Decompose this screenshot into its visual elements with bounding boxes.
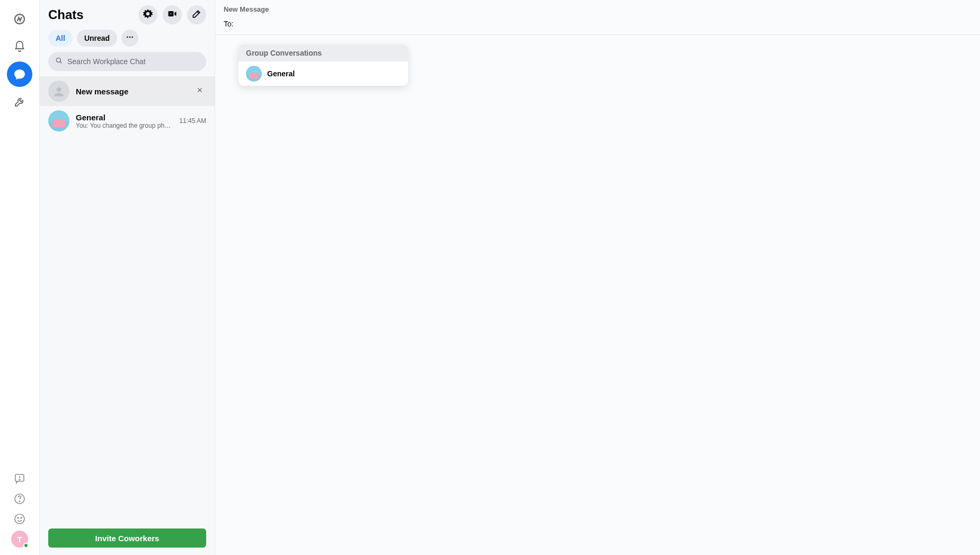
more-icon xyxy=(126,33,134,43)
svg-point-6 xyxy=(15,514,24,524)
svg-line-15 xyxy=(60,61,61,63)
suggestions-header: Group Conversations xyxy=(239,45,408,61)
recipient-suggestions: Group Conversations General xyxy=(239,45,408,86)
search-input[interactable] xyxy=(67,57,200,66)
svg-point-16 xyxy=(57,87,61,92)
group-avatar-icon xyxy=(48,110,69,131)
compose-icon xyxy=(191,8,202,21)
help-icon[interactable] xyxy=(11,490,28,507)
video-call-button[interactable] xyxy=(163,5,182,24)
svg-point-5 xyxy=(19,501,20,502)
chat-name: General xyxy=(76,113,173,122)
chat-preview: You: You changed the group photo. xyxy=(76,122,173,129)
svg-point-8 xyxy=(21,517,22,518)
new-message-label: New message xyxy=(76,87,187,96)
settings-button[interactable] xyxy=(138,5,157,24)
filter-all[interactable]: All xyxy=(48,30,73,47)
to-row: To: xyxy=(215,16,980,35)
notifications-icon[interactable] xyxy=(4,34,36,59)
nav-rail: T xyxy=(0,0,40,555)
emoji-icon[interactable] xyxy=(11,510,28,527)
to-input[interactable] xyxy=(238,20,972,28)
to-label: To: xyxy=(224,20,234,28)
blank-avatar-icon xyxy=(48,81,69,102)
svg-point-12 xyxy=(129,37,131,38)
close-icon xyxy=(196,86,204,96)
group-avatar-icon xyxy=(246,66,262,82)
search-icon xyxy=(55,56,63,67)
suggestion-general[interactable]: General xyxy=(239,61,408,86)
search-field[interactable] xyxy=(48,52,206,71)
svg-rect-10 xyxy=(171,13,172,14)
gear-icon xyxy=(143,8,153,21)
new-message-row[interactable]: New message xyxy=(40,76,215,106)
presence-dot xyxy=(23,543,29,548)
chat-time: 11:45 AM xyxy=(179,117,206,125)
tools-icon[interactable] xyxy=(4,89,36,114)
svg-point-14 xyxy=(56,58,60,62)
avatar-initial: T xyxy=(17,535,22,544)
compose-area: New Message To: Group Conversations Gene… xyxy=(215,0,980,555)
svg-point-13 xyxy=(131,37,133,38)
video-camera-plus-icon xyxy=(167,8,178,21)
feedback-icon[interactable] xyxy=(11,470,28,487)
filter-unread[interactable]: Unread xyxy=(77,30,117,47)
chat-row-general[interactable]: General You: You changed the group photo… xyxy=(40,106,215,136)
svg-point-3 xyxy=(19,479,20,480)
user-avatar[interactable]: T xyxy=(11,531,28,548)
compose-button[interactable] xyxy=(187,5,206,24)
compose-title: New Message xyxy=(215,0,980,16)
workplace-logo-icon[interactable] xyxy=(4,6,36,32)
chats-icon[interactable] xyxy=(7,61,32,87)
chat-list-panel: Chats All Unread xyxy=(40,0,215,555)
suggestion-label: General xyxy=(267,69,295,78)
svg-point-11 xyxy=(127,37,128,38)
page-title: Chats xyxy=(48,7,138,22)
filter-more-button[interactable] xyxy=(121,30,138,47)
svg-point-7 xyxy=(17,517,19,518)
invite-coworkers-button[interactable]: Invite Coworkers xyxy=(48,528,206,548)
close-new-message-button[interactable] xyxy=(193,85,206,98)
